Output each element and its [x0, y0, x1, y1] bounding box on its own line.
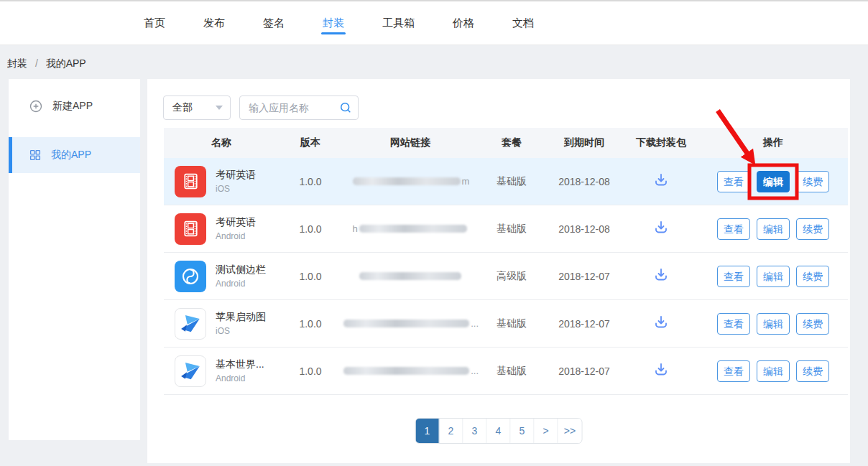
app-url-blurred: ... — [342, 365, 479, 376]
app-url-blurred: h — [342, 223, 479, 234]
sidebar-item-label: 我的APP — [51, 149, 91, 162]
url-blur-smudge — [353, 177, 461, 185]
nav-item-package[interactable]: 封装 — [321, 1, 346, 45]
url-blur-smudge — [359, 272, 461, 280]
main-panel: 全部 名称 版本 网站链接 套餐 到期时间 下载封装包 操作 考研英语 iOS — [147, 79, 850, 463]
search-icon[interactable] — [338, 101, 353, 118]
app-version: 1.0.0 — [279, 176, 342, 187]
url-suffix: ... — [471, 318, 479, 329]
category-dropdown-value: 全部 — [172, 101, 193, 114]
app-name-cell: 考研英语 iOS — [164, 166, 279, 197]
edit-button[interactable]: 编辑 — [757, 313, 790, 335]
sidebar: 新建APP 我的APP — [9, 79, 140, 440]
chevron-down-icon — [216, 106, 223, 110]
page-button-2[interactable]: 2 — [440, 419, 463, 443]
app-name: 基本世界... — [216, 358, 264, 371]
app-platform: Android — [216, 231, 256, 241]
pagination: 12345>>> — [415, 418, 583, 444]
apps-table: 名称 版本 网站链接 套餐 到期时间 下载封装包 操作 考研英语 iOS 1.0… — [164, 128, 848, 395]
view-button[interactable]: 查看 — [717, 218, 750, 240]
app-platform: iOS — [216, 326, 266, 336]
download-icon[interactable] — [652, 361, 670, 378]
actions-cell: 查看 编辑 续费 — [698, 360, 848, 382]
film-app-icon — [175, 213, 206, 245]
view-button[interactable]: 查看 — [717, 313, 750, 335]
table-body: 考研英语 iOS 1.0.0 m 基础版 2018-12-08 查看 编辑 续费 — [164, 158, 848, 395]
page-button-3[interactable]: 3 — [463, 419, 487, 443]
table-row: 苹果启动图 iOS 1.0.0 ... 基础版 2018-12-07 查看 编辑… — [164, 300, 848, 348]
sidebar-item-new-app[interactable]: 新建APP — [9, 88, 140, 124]
page-button-4[interactable]: 4 — [487, 419, 511, 443]
app-expiry-date: 2018-12-07 — [545, 318, 624, 330]
film-app-icon — [175, 166, 206, 197]
actions-cell: 查看 编辑 续费 — [698, 218, 848, 240]
app-package: 基础版 — [479, 365, 545, 378]
nav-item-price[interactable]: 价格 — [451, 1, 476, 45]
app-url-blurred: ... — [342, 318, 479, 329]
view-button[interactable]: 查看 — [717, 171, 750, 192]
app-package: 基础版 — [479, 317, 545, 330]
app-version: 1.0.0 — [279, 271, 342, 282]
app-expiry-date: 2018-12-08 — [545, 176, 624, 187]
download-icon[interactable] — [652, 172, 670, 189]
app-name-cell: 考研英语 Android — [164, 213, 279, 245]
nav-item-docs[interactable]: 文档 — [511, 1, 535, 45]
sidebar-item-my-app[interactable]: 我的APP — [9, 137, 140, 173]
edit-button[interactable]: 编辑 — [757, 218, 790, 240]
category-dropdown[interactable]: 全部 — [163, 95, 231, 120]
renew-button[interactable]: 续费 — [796, 171, 829, 192]
search-box — [239, 95, 359, 120]
app-name: 测试侧边栏 — [216, 264, 266, 276]
edit-button[interactable]: 编辑 — [757, 360, 790, 382]
url-blur-smudge — [343, 320, 469, 327]
sidebar-item-label: 新建APP — [52, 100, 93, 113]
breadcrumb-section[interactable]: 封装 — [7, 57, 27, 69]
page-button-1[interactable]: 1 — [416, 419, 440, 443]
url-suffix: ... — [471, 365, 479, 376]
top-navigation: 首页 发布 签名 封装 工具箱 价格 文档 — [0, 0, 868, 45]
edit-button[interactable]: 编辑 — [757, 171, 790, 192]
download-icon[interactable] — [652, 266, 670, 284]
app-package: 高级版 — [479, 270, 545, 283]
app-platform: Android — [216, 279, 266, 289]
renew-button[interactable]: 续费 — [796, 218, 829, 240]
app-version: 1.0.0 — [279, 318, 342, 330]
app-name: 考研英语 — [216, 216, 256, 229]
edit-button[interactable]: 编辑 — [757, 266, 790, 287]
nav-item-sign[interactable]: 签名 — [262, 1, 286, 45]
renew-button[interactable]: 续费 — [796, 313, 829, 335]
view-button[interactable]: 查看 — [717, 360, 750, 382]
renew-button[interactable]: 续费 — [796, 266, 829, 287]
app-url-blurred — [342, 272, 479, 280]
breadcrumb-current: 我的APP — [46, 57, 86, 69]
app-platform: Android — [216, 373, 264, 383]
url-prefix: h — [352, 223, 357, 234]
nav-item-home[interactable]: 首页 — [142, 1, 167, 45]
actions-cell: 查看 编辑 续费 — [698, 171, 848, 192]
app-package: 基础版 — [479, 223, 545, 236]
url-suffix: m — [462, 176, 470, 187]
column-header-download: 下载封装包 — [624, 136, 698, 149]
table-row: 考研英语 iOS 1.0.0 m 基础版 2018-12-08 查看 编辑 续费 — [164, 158, 848, 205]
download-icon[interactable] — [652, 219, 670, 236]
table-header-row: 名称 版本 网站链接 套餐 到期时间 下载封装包 操作 — [164, 128, 848, 158]
plus-circle-icon — [29, 99, 43, 113]
app-version: 1.0.0 — [279, 223, 342, 235]
nav-item-toolbox[interactable]: 工具箱 — [381, 1, 416, 45]
breadcrumb-separator: / — [35, 57, 38, 69]
view-button[interactable]: 查看 — [717, 266, 750, 287]
column-header-url: 网站链接 — [342, 136, 479, 149]
column-header-package: 套餐 — [479, 136, 545, 149]
page-button-5[interactable]: 5 — [511, 419, 535, 443]
app-name: 苹果启动图 — [216, 311, 266, 324]
download-icon[interactable] — [652, 314, 670, 331]
url-blur-smudge — [343, 367, 469, 375]
next-page-button[interactable]: > — [535, 419, 558, 443]
last-page-button[interactable]: >> — [558, 419, 582, 443]
renew-button[interactable]: 续费 — [796, 360, 829, 382]
column-header-actions: 操作 — [698, 136, 848, 149]
column-header-version: 版本 — [279, 136, 342, 149]
bird-app-icon — [175, 355, 206, 387]
app-name-cell: 测试侧边栏 Android — [164, 261, 279, 292]
nav-item-publish[interactable]: 发布 — [202, 1, 226, 45]
